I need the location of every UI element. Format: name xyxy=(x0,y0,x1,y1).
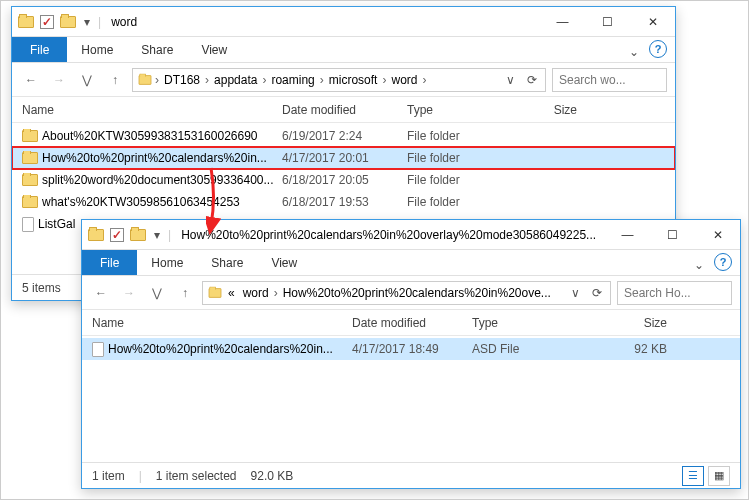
column-header-size[interactable]: Size xyxy=(507,103,587,117)
item-type: File folder xyxy=(407,151,507,165)
status-separator: | xyxy=(139,469,142,483)
item-type: File folder xyxy=(407,129,507,143)
ribbon-file-tab[interactable]: File xyxy=(12,37,67,62)
column-header-name[interactable]: Name xyxy=(92,316,352,330)
column-header-name[interactable]: Name xyxy=(22,103,282,117)
address-bar[interactable]: « word › How%20to%20print%20calendars%20… xyxy=(202,281,611,305)
address-dropdown-button[interactable]: ∨ xyxy=(566,284,584,302)
ribbon-expand-button[interactable]: ⌄ xyxy=(625,43,643,61)
status-bar: 1 item | 1 item selected 92.0 KB ☰ ▦ xyxy=(82,462,740,488)
item-name: How%20to%20print%20calendars%20in... xyxy=(22,151,282,165)
ribbon: File Home Share View ⌄ ? xyxy=(82,250,740,276)
crumb-sep-icon: › xyxy=(155,73,159,87)
qat-checkbox[interactable]: ✓ xyxy=(110,228,124,242)
column-header-date[interactable]: Date modified xyxy=(282,103,407,117)
item-name: About%20KTW30599383153160026690 xyxy=(22,129,282,143)
maximize-button[interactable]: ☐ xyxy=(585,7,630,37)
help-icon[interactable]: ? xyxy=(714,253,732,271)
folder-icon xyxy=(130,229,146,241)
folder-icon xyxy=(22,152,38,164)
list-item[interactable]: How%20to%20print%20calendars%20in...4/17… xyxy=(12,147,675,169)
close-button[interactable]: ✕ xyxy=(630,7,675,37)
help-icon[interactable]: ? xyxy=(649,40,667,58)
breadcrumb-item[interactable]: word xyxy=(240,286,272,300)
ribbon: File Home Share View ⌄ ? xyxy=(12,37,675,63)
refresh-button[interactable]: ⟳ xyxy=(588,284,606,302)
ribbon-expand-button[interactable]: ⌄ xyxy=(690,256,708,274)
up-button[interactable]: ↑ xyxy=(174,282,196,304)
item-type: File folder xyxy=(407,195,507,209)
refresh-button[interactable]: ⟳ xyxy=(523,71,541,89)
breadcrumb-item[interactable]: word xyxy=(388,73,420,87)
recent-button[interactable]: ⋁ xyxy=(76,69,98,91)
ribbon-home-tab[interactable]: Home xyxy=(137,250,197,275)
search-input[interactable]: Search Ho... xyxy=(617,281,732,305)
crumb-sep-icon: › xyxy=(320,73,324,87)
breadcrumb-item[interactable]: DT168 xyxy=(161,73,203,87)
crumb-sep-icon: › xyxy=(205,73,209,87)
maximize-button[interactable]: ☐ xyxy=(650,220,695,250)
folder-icon xyxy=(88,229,104,241)
crumb-sep-icon: › xyxy=(262,73,266,87)
search-input[interactable]: Search wo... xyxy=(552,68,667,92)
minimize-button[interactable]: — xyxy=(605,220,650,250)
up-button[interactable]: ↑ xyxy=(104,69,126,91)
file-icon xyxy=(92,342,104,357)
forward-button[interactable]: → xyxy=(48,69,70,91)
breadcrumb-item[interactable]: appdata xyxy=(211,73,260,87)
item-name: How%20to%20print%20calendars%20in... xyxy=(92,342,352,357)
item-name: split%20word%20document30599336400... xyxy=(22,173,282,187)
forward-button[interactable]: → xyxy=(118,282,140,304)
status-item-count: 5 items xyxy=(22,281,61,295)
folder-icon xyxy=(18,16,34,28)
breadcrumb-item[interactable]: roaming xyxy=(268,73,317,87)
column-header-type[interactable]: Type xyxy=(472,316,587,330)
qat-checkbox[interactable]: ✓ xyxy=(40,15,54,29)
qat-overflow[interactable]: ▾ xyxy=(152,228,162,242)
column-header-size[interactable]: Size xyxy=(587,316,677,330)
folder-icon xyxy=(22,196,38,208)
back-button[interactable]: ← xyxy=(20,69,42,91)
breadcrumb-item[interactable]: How%20to%20print%20calendars%20in%20ove.… xyxy=(280,286,554,300)
status-item-count: 1 item xyxy=(92,469,125,483)
window-title: How%20to%20print%20calendars%20in%20over… xyxy=(171,228,605,242)
list-item[interactable]: split%20word%20document30599336400...6/1… xyxy=(12,169,675,191)
breadcrumb-item[interactable]: microsoft xyxy=(326,73,381,87)
crumb-sep-icon: › xyxy=(382,73,386,87)
breadcrumb-prefix[interactable]: « xyxy=(225,286,238,300)
ribbon-view-tab[interactable]: View xyxy=(257,250,311,275)
address-dropdown-button[interactable]: ∨ xyxy=(501,71,519,89)
list-item[interactable]: About%20KTW305993831531600266906/19/2017… xyxy=(12,125,675,147)
list-item[interactable]: what's%20KTW305985610634542536/18/2017 1… xyxy=(12,191,675,213)
folder-icon xyxy=(209,288,222,298)
nav-row: ← → ⋁ ↑ « word › How%20to%20print%20cale… xyxy=(82,276,740,310)
column-header-type[interactable]: Type xyxy=(407,103,507,117)
status-selected-size: 92.0 KB xyxy=(251,469,294,483)
recent-button[interactable]: ⋁ xyxy=(146,282,168,304)
back-button[interactable]: ← xyxy=(90,282,112,304)
ribbon-share-tab[interactable]: Share xyxy=(197,250,257,275)
ribbon-file-tab[interactable]: File xyxy=(82,250,137,275)
column-header-row: Name Date modified Type Size xyxy=(82,310,740,336)
ribbon-view-tab[interactable]: View xyxy=(187,37,241,62)
titlebar[interactable]: ✓ ▾ | How%20to%20print%20calendars%20in%… xyxy=(82,220,740,250)
item-date: 4/17/2017 18:49 xyxy=(352,342,472,356)
column-header-row: Name Date modified Type Size xyxy=(12,97,675,123)
address-bar[interactable]: › DT168 › appdata › roaming › microsoft … xyxy=(132,68,546,92)
titlebar[interactable]: ✓ ▾ | word — ☐ ✕ xyxy=(12,7,675,37)
ribbon-home-tab[interactable]: Home xyxy=(67,37,127,62)
file-list: How%20to%20print%20calendars%20in...4/17… xyxy=(82,336,740,462)
item-date: 6/18/2017 20:05 xyxy=(282,173,407,187)
explorer-window-2: ✓ ▾ | How%20to%20print%20calendars%20in%… xyxy=(81,219,741,489)
item-date: 6/19/2017 2:24 xyxy=(282,129,407,143)
details-view-button[interactable]: ☰ xyxy=(682,466,704,486)
qat-overflow[interactable]: ▾ xyxy=(82,15,92,29)
list-item[interactable]: How%20to%20print%20calendars%20in...4/17… xyxy=(82,338,740,360)
status-selected-count: 1 item selected xyxy=(156,469,237,483)
thumbnails-view-button[interactable]: ▦ xyxy=(708,466,730,486)
nav-row: ← → ⋁ ↑ › DT168 › appdata › roaming › mi… xyxy=(12,63,675,97)
close-button[interactable]: ✕ xyxy=(695,220,740,250)
ribbon-share-tab[interactable]: Share xyxy=(127,37,187,62)
column-header-date[interactable]: Date modified xyxy=(352,316,472,330)
minimize-button[interactable]: — xyxy=(540,7,585,37)
